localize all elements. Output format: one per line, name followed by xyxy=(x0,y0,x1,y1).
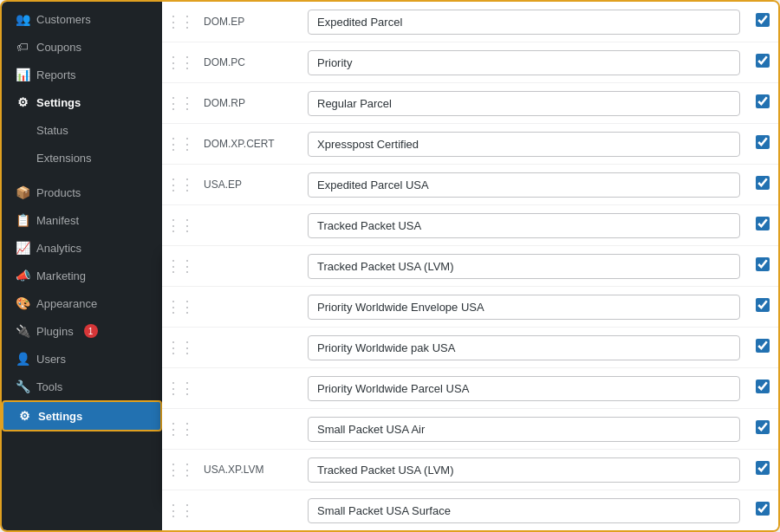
service-name-input[interactable] xyxy=(308,213,740,238)
drag-dots-icon: ⋮⋮ xyxy=(166,380,193,397)
sidebar-item-plugins[interactable]: 🔌 Plugins 1 xyxy=(2,317,162,345)
sidebar-item-products[interactable]: 📦 Products xyxy=(2,178,162,206)
customers-icon: 👥 xyxy=(16,12,29,26)
service-checkbox-cell xyxy=(747,328,778,368)
service-enabled-checkbox[interactable] xyxy=(756,420,770,434)
service-name-input[interactable] xyxy=(308,91,740,116)
service-enabled-checkbox[interactable] xyxy=(756,13,770,27)
drag-dots-icon: ⋮⋮ xyxy=(166,135,193,152)
extensions-icon xyxy=(16,151,29,165)
plugins-icon: 🔌 xyxy=(16,324,29,338)
service-name-input[interactable] xyxy=(308,10,740,35)
service-name-input[interactable] xyxy=(308,335,740,360)
plugins-badge: 1 xyxy=(84,324,98,338)
service-enabled-checkbox[interactable] xyxy=(756,257,770,271)
service-checkbox-cell xyxy=(747,450,778,490)
service-checkbox-cell xyxy=(747,83,778,124)
service-input-cell xyxy=(301,368,747,409)
sidebar-item-coupons[interactable]: 🏷 Coupons xyxy=(2,33,162,61)
service-name-input[interactable] xyxy=(308,132,740,157)
service-checkbox-cell xyxy=(747,246,778,287)
sidebar-item-reports[interactable]: 📊 Reports xyxy=(2,61,162,88)
marketing-icon: 📣 xyxy=(16,269,29,282)
service-enabled-checkbox[interactable] xyxy=(756,461,770,475)
sidebar-label-marketing: Marketing xyxy=(36,269,86,282)
table-row: ⋮⋮ xyxy=(162,328,778,368)
service-name-input[interactable] xyxy=(308,172,740,198)
service-input-cell xyxy=(301,328,747,368)
service-enabled-checkbox[interactable] xyxy=(756,135,770,149)
sidebar-label-settings-main: Settings xyxy=(38,410,82,423)
service-name-input[interactable] xyxy=(308,254,740,279)
table-row: ⋮⋮ USA.XP.LVM xyxy=(162,450,778,490)
service-name-input[interactable] xyxy=(308,376,740,401)
service-code xyxy=(197,409,301,450)
service-enabled-checkbox[interactable] xyxy=(756,176,770,190)
service-enabled-checkbox[interactable] xyxy=(756,298,770,312)
table-row: ⋮⋮ xyxy=(162,246,778,287)
service-name-input[interactable] xyxy=(308,457,740,483)
service-name-input[interactable] xyxy=(308,498,740,523)
coupons-icon: 🏷 xyxy=(16,40,29,54)
service-enabled-checkbox[interactable] xyxy=(756,339,770,353)
sidebar-item-tools[interactable]: 🔧 Tools xyxy=(2,373,162,400)
drag-handle: ⋮⋮ xyxy=(162,450,197,490)
sidebar-label-coupons: Coupons xyxy=(36,41,81,54)
sidebar-item-customers[interactable]: 👥 Customers xyxy=(2,5,162,33)
table-row: ⋮⋮ DOM.EP xyxy=(162,2,778,42)
service-checkbox-cell xyxy=(747,490,778,531)
drag-handle: ⋮⋮ xyxy=(162,205,197,246)
service-name-input[interactable] xyxy=(308,417,740,442)
manifest-icon: 📋 xyxy=(16,213,29,227)
service-name-input[interactable] xyxy=(308,50,740,75)
table-row: ⋮⋮ DOM.PC xyxy=(162,42,778,83)
service-input-cell xyxy=(301,287,747,328)
service-input-cell xyxy=(301,124,747,165)
service-checkbox-cell xyxy=(747,165,778,205)
sidebar-item-users[interactable]: 👤 Users xyxy=(2,345,162,373)
sidebar-item-settings-main[interactable]: ⚙ Settings xyxy=(2,400,162,431)
table-row: ⋮⋮ xyxy=(162,368,778,409)
sidebar-item-manifest[interactable]: 📋 Manifest xyxy=(2,206,162,234)
service-code xyxy=(197,368,301,409)
drag-dots-icon: ⋮⋮ xyxy=(166,461,193,478)
table-row: ⋮⋮ DOM.RP xyxy=(162,83,778,124)
status-icon xyxy=(16,123,29,137)
service-checkbox-cell xyxy=(747,287,778,328)
drag-dots-icon: ⋮⋮ xyxy=(166,176,193,193)
drag-handle: ⋮⋮ xyxy=(162,409,197,450)
service-code: DOM.RP xyxy=(197,83,301,124)
appearance-icon: 🎨 xyxy=(16,296,29,310)
service-input-cell xyxy=(301,450,747,490)
sidebar-label-tools: Tools xyxy=(36,380,62,393)
table-row: ⋮⋮ xyxy=(162,490,778,531)
drag-handle: ⋮⋮ xyxy=(162,165,197,205)
service-enabled-checkbox[interactable] xyxy=(756,502,770,516)
settings-woo-icon: ⚙ xyxy=(16,95,29,109)
sidebar-item-settings-woo[interactable]: ⚙ Settings xyxy=(2,88,162,116)
sidebar-label-settings-woo: Settings xyxy=(36,96,81,109)
sidebar-label-plugins: Plugins xyxy=(36,325,74,338)
sidebar-item-analytics[interactable]: 📈 Analytics xyxy=(2,234,162,262)
service-code xyxy=(197,328,301,368)
drag-handle: ⋮⋮ xyxy=(162,2,197,42)
drag-handle: ⋮⋮ xyxy=(162,42,197,83)
sidebar-label-customers: Customers xyxy=(36,13,91,26)
service-enabled-checkbox[interactable] xyxy=(756,54,770,68)
sidebar-item-appearance[interactable]: 🎨 Appearance xyxy=(2,289,162,317)
drag-dots-icon: ⋮⋮ xyxy=(166,94,193,112)
service-enabled-checkbox[interactable] xyxy=(756,217,770,230)
services-table: ⋮⋮ DOM.EP ⋮⋮ DOM.PC ⋮⋮ DOM.RP xyxy=(162,2,778,530)
sidebar-item-marketing[interactable]: 📣 Marketing xyxy=(2,262,162,289)
service-enabled-checkbox[interactable] xyxy=(756,380,770,393)
drag-handle: ⋮⋮ xyxy=(162,368,197,409)
sidebar-item-status[interactable]: Status xyxy=(2,116,162,144)
drag-dots-icon: ⋮⋮ xyxy=(166,54,193,71)
service-input-cell xyxy=(301,165,747,205)
service-enabled-checkbox[interactable] xyxy=(756,94,770,108)
sidebar-item-extensions[interactable]: Extensions xyxy=(2,144,162,172)
service-name-input[interactable] xyxy=(308,295,740,320)
sidebar: 👥 Customers 🏷 Coupons 📊 Reports ⚙ Settin… xyxy=(2,2,162,532)
sidebar-label-extensions: Extensions xyxy=(36,152,92,165)
service-input-cell xyxy=(301,490,747,531)
